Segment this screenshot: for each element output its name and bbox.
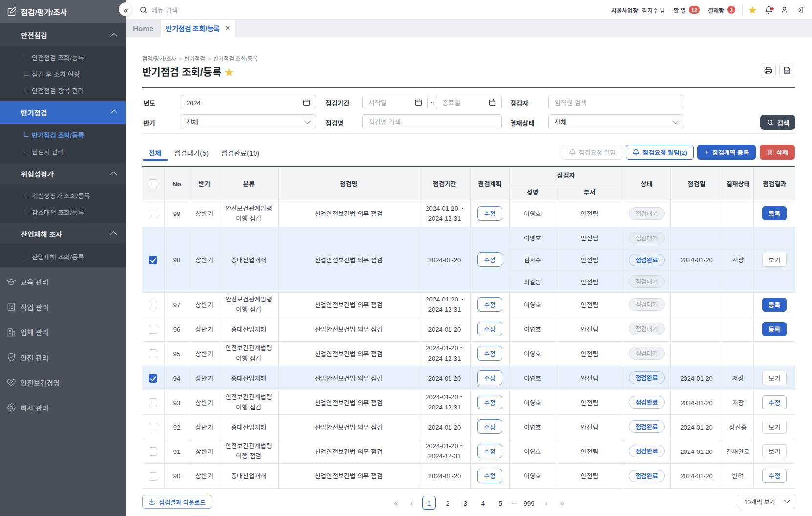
svg-text:xlsx: xlsx — [785, 71, 790, 73]
